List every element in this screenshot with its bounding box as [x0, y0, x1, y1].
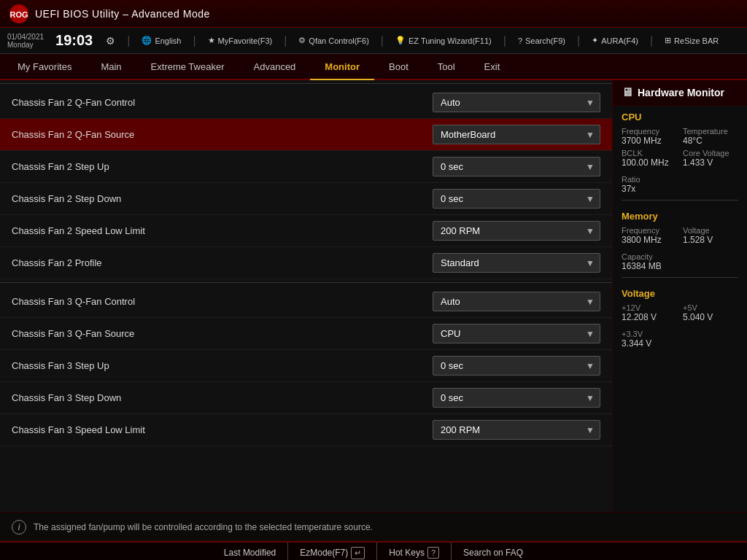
dropdown-wrap-chassis-fan3-control: AutoManualDC ModePWM Mode▼	[433, 292, 600, 311]
setting-row-chassis-fan3-control: Chassis Fan 3 Q-Fan ControlAutoManualDC …	[0, 286, 612, 318]
tab-boot[interactable]: Boot	[374, 54, 423, 80]
hardware-monitor-panel: 🖥 Hardware Monitor CPU Frequency3700 MHz…	[612, 80, 747, 512]
monitor-icon: 🖥	[622, 86, 633, 99]
dropdown-wrap-chassis-fan2-step-down: 0 sec0.1 sec0.2 sec0.5 sec1 sec▼	[433, 189, 600, 209]
tab-monitor[interactable]: Monitor	[310, 54, 374, 80]
qfan-btn[interactable]: ⚙ Qfan Control(F6)	[298, 36, 369, 45]
tab-advanced[interactable]: Advanced	[239, 54, 311, 80]
cpu-section-title: CPU	[613, 106, 747, 125]
main-layout: Chassis Fan 2 Q-Fan ControlAutoManualDC …	[0, 80, 747, 512]
cpu-freq-label: Frequency3700 MHz	[622, 127, 677, 146]
setting-row-chassis-fan3-step-down: Chassis Fan 3 Step Down0 sec0.1 sec0.2 s…	[0, 382, 612, 414]
tab-my-favorites[interactable]: My Favorites	[3, 54, 86, 80]
setting-label-chassis-fan2-control: Chassis Fan 2 Q-Fan Control	[12, 97, 433, 108]
fan-icon: ⚙	[298, 36, 306, 45]
v5-label: +5V5.040 V	[683, 303, 738, 322]
footer: Last Modified EzMode(F7) ↵ Hot Keys ? Se…	[0, 541, 747, 560]
setting-row-chassis-fan2-step-up: Chassis Fan 2 Step Up0 sec0.1 sec0.2 sec…	[0, 151, 612, 183]
cpu-stats: Frequency3700 MHz Temperature48°C BCLK10…	[613, 125, 747, 174]
setting-label-chassis-fan3-step-up: Chassis Fan 3 Step Up	[12, 360, 433, 371]
hot-keys-btn[interactable]: Hot Keys ?	[377, 542, 452, 560]
v33: +3.3V3.344 V	[613, 328, 747, 350]
voltage-section-title: Voltage	[613, 282, 747, 302]
ez-mode-key-icon: ↵	[351, 547, 365, 559]
dropdown-wrap-chassis-fan2-source: MotherBoardCPUCPU SocketVRMChipsetT_SENS…	[433, 125, 600, 144]
dropdown-chassis-fan3-speed-low[interactable]: 200 RPM300 RPM400 RPM600 RPM800 RPM	[433, 420, 600, 440]
setting-label-chassis-fan3-step-down: Chassis Fan 3 Step Down	[12, 392, 433, 403]
mem-capacity: Capacity16384 MB	[613, 251, 747, 273]
dropdown-chassis-fan2-source[interactable]: MotherBoardCPUCPU SocketVRMChipsetT_SENS…	[433, 125, 600, 144]
divider-2	[622, 277, 738, 278]
bulb-icon: 💡	[395, 36, 406, 45]
header-logo: ROG UEFI BIOS Utility – Advanced Mode	[9, 4, 210, 24]
rog-logo-icon: ROG	[9, 4, 29, 24]
memory-section-title: Memory	[613, 205, 747, 225]
setting-row-chassis-fan3-speed-low: Chassis Fan 3 Speed Low Limit200 RPM300 …	[0, 414, 612, 446]
time-display: 19:03	[55, 32, 93, 49]
language-btn[interactable]: 🌐 English	[142, 36, 181, 45]
section-divider	[0, 282, 612, 283]
resize-bar-btn[interactable]: ⊞ ReSize BAR	[665, 36, 719, 45]
memory-stats: Frequency3800 MHz Voltage1.528 V	[613, 225, 747, 251]
voltage-stats: +12V12.208 V +5V5.040 V	[613, 302, 747, 328]
dropdown-chassis-fan3-source[interactable]: MotherBoardCPUCPU SocketVRMChipsetT_SENS…	[433, 324, 600, 343]
dropdown-wrap-chassis-fan2-control: AutoManualDC ModePWM Mode▼	[433, 93, 600, 112]
dropdown-chassis-fan2-profile[interactable]: StandardSilentTurboFull SpeedManual	[433, 253, 600, 273]
svg-text:ROG: ROG	[9, 10, 28, 19]
datetime: 01/04/2021 Monday	[7, 33, 44, 49]
toolbar: 01/04/2021 Monday 19:03 ⚙ | 🌐 English | …	[0, 28, 747, 54]
settings-icon[interactable]: ⚙	[106, 35, 115, 47]
dropdown-chassis-fan3-control[interactable]: AutoManualDC ModePWM Mode	[433, 292, 600, 311]
setting-label-chassis-fan3-speed-low: Chassis Fan 3 Speed Low Limit	[12, 424, 433, 435]
hot-keys-icon: ?	[427, 547, 439, 559]
dropdown-chassis-fan2-speed-low[interactable]: 200 RPM300 RPM400 RPM600 RPM800 RPM	[433, 221, 600, 241]
cpu-bclk-label: BCLK100.00 MHz	[622, 149, 677, 168]
v12-label: +12V12.208 V	[622, 303, 677, 322]
tab-exit[interactable]: Exit	[470, 54, 515, 80]
resize-icon: ⊞	[665, 36, 671, 45]
setting-label-chassis-fan2-step-up: Chassis Fan 2 Step Up	[12, 161, 433, 172]
globe-icon: 🌐	[142, 36, 152, 45]
setting-label-chassis-fan2-step-down: Chassis Fan 2 Step Down	[12, 193, 433, 204]
cpu-ratio: Ratio37x	[613, 174, 747, 195]
ez-tuning-btn[interactable]: 💡 EZ Tuning Wizard(F11)	[395, 36, 492, 45]
dropdown-chassis-fan2-control[interactable]: AutoManualDC ModePWM Mode	[433, 93, 600, 112]
star-icon: ★	[208, 36, 215, 45]
ez-mode-btn[interactable]: EzMode(F7) ↵	[288, 542, 377, 560]
aura-btn[interactable]: ✦ AURA(F4)	[592, 36, 638, 45]
dropdown-wrap-chassis-fan3-speed-low: 200 RPM300 RPM400 RPM600 RPM800 RPM▼	[433, 420, 600, 440]
dropdown-chassis-fan3-step-down[interactable]: 0 sec0.1 sec0.2 sec0.5 sec1 sec	[433, 388, 600, 408]
dropdown-chassis-fan2-step-up[interactable]: 0 sec0.1 sec0.2 sec0.5 sec1 sec	[433, 157, 600, 176]
setting-row-chassis-fan2-speed-low: Chassis Fan 2 Speed Low Limit200 RPM300 …	[0, 215, 612, 247]
setting-row-chassis-fan2-step-down: Chassis Fan 2 Step Down0 sec0.1 sec0.2 s…	[0, 183, 612, 215]
search-btn[interactable]: ? Search(F9)	[518, 36, 565, 45]
search-faq-btn[interactable]: Search on FAQ	[452, 542, 535, 560]
tab-extreme-tweaker[interactable]: Extreme Tweaker	[136, 54, 239, 80]
cpu-temp-label: Temperature48°C	[683, 127, 738, 146]
app-title: UEFI BIOS Utility – Advanced Mode	[35, 8, 210, 20]
panel-title: Hardware Monitor	[638, 87, 724, 98]
tab-tool[interactable]: Tool	[423, 54, 470, 80]
settings-content: Chassis Fan 2 Q-Fan ControlAutoManualDC …	[0, 80, 612, 512]
dropdown-chassis-fan3-step-up[interactable]: 0 sec0.1 sec0.2 sec0.5 sec1 sec	[433, 356, 600, 376]
last-modified-btn[interactable]: Last Modified	[212, 542, 288, 560]
setting-label-chassis-fan2-source: Chassis Fan 2 Q-Fan Source	[12, 129, 433, 140]
dropdown-wrap-chassis-fan3-source: MotherBoardCPUCPU SocketVRMChipsetT_SENS…	[433, 324, 600, 343]
search-icon: ?	[518, 36, 522, 45]
dropdown-wrap-chassis-fan3-step-down: 0 sec0.1 sec0.2 sec0.5 sec1 sec▼	[433, 388, 600, 408]
aura-icon: ✦	[592, 36, 598, 45]
nav-tabs: My Favorites Main Extreme Tweaker Advanc…	[0, 54, 747, 80]
dropdown-wrap-chassis-fan3-step-up: 0 sec0.1 sec0.2 sec0.5 sec1 sec▼	[433, 356, 600, 376]
setting-row-chassis-fan2-profile: Chassis Fan 2 ProfileStandardSilentTurbo…	[0, 247, 612, 279]
tab-main[interactable]: Main	[86, 54, 136, 80]
my-favorite-btn[interactable]: ★ MyFavorite(F3)	[208, 36, 273, 45]
dropdown-wrap-chassis-fan2-speed-low: 200 RPM300 RPM400 RPM600 RPM800 RPM▼	[433, 221, 600, 241]
setting-row-chassis-fan3-step-up: Chassis Fan 3 Step Up0 sec0.1 sec0.2 sec…	[0, 350, 612, 382]
mem-voltage-label: Voltage1.528 V	[683, 226, 738, 245]
setting-label-chassis-fan3-control: Chassis Fan 3 Q-Fan Control	[12, 296, 433, 307]
info-icon: i	[12, 520, 26, 534]
dropdown-chassis-fan2-step-down[interactable]: 0 sec0.1 sec0.2 sec0.5 sec1 sec	[433, 189, 600, 209]
setting-row-chassis-fan2-source: Chassis Fan 2 Q-Fan SourceMotherBoardCPU…	[0, 119, 612, 151]
dropdown-wrap-chassis-fan2-step-up: 0 sec0.1 sec0.2 sec0.5 sec1 sec▼	[433, 157, 600, 176]
info-bar: i The assigned fan/pump will be controll…	[0, 512, 747, 541]
